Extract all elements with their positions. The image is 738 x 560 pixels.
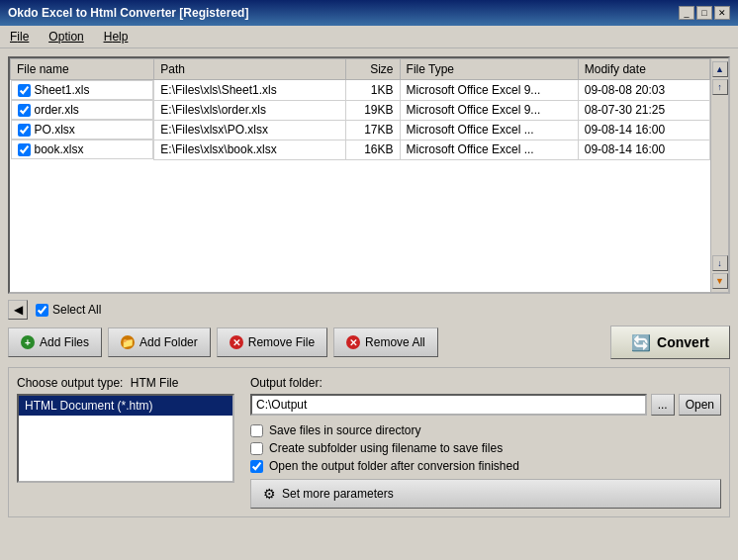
minimize-button[interactable]: _ xyxy=(679,6,694,20)
add-files-icon: + xyxy=(21,335,35,349)
set-params-button[interactable]: ⚙ Set more parameters xyxy=(250,479,721,509)
scroll-top-button[interactable]: ▲ xyxy=(712,61,728,77)
col-filetype: File Type xyxy=(400,59,578,80)
scroll-up-button[interactable]: ↑ xyxy=(712,79,728,95)
table-row[interactable]: book.xlsx E:\Files\xlsx\book.xlsx 16KB M… xyxy=(11,140,710,159)
table-row[interactable]: PO.xlsx E:\Files\xlsx\PO.xlsx 17KB Micro… xyxy=(11,120,710,140)
scroll-down-button[interactable]: ↓ xyxy=(712,255,728,271)
menu-help[interactable]: Help xyxy=(100,29,133,45)
back-button[interactable]: ◀ xyxy=(8,300,28,320)
main-content: File name Path Size File Type Modify dat… xyxy=(0,48,738,559)
menu-file[interactable]: File xyxy=(6,29,33,45)
cell-filetype: Microsoft Office Excel 9... xyxy=(400,80,578,101)
col-filename: File name xyxy=(11,59,154,80)
set-params-label: Set more parameters xyxy=(282,487,394,501)
output-folder-section: Output folder: ... Open Save files in so… xyxy=(250,376,721,509)
output-type-list: HTML Document (*.htm) xyxy=(17,394,234,483)
file-checkbox-2[interactable] xyxy=(18,124,31,137)
window-title: Okdo Excel to Html Converter [Registered… xyxy=(8,6,248,20)
create-subfolder-option[interactable]: Create subfolder using filename to save … xyxy=(250,441,721,455)
options-section: Save files in source directory Create su… xyxy=(250,423,721,473)
add-folder-button[interactable]: 📁 Add Folder xyxy=(108,327,211,357)
col-size: Size xyxy=(346,59,400,80)
scroll-bottom-button[interactable]: ▼ xyxy=(712,273,728,289)
cell-modified: 08-07-30 21:25 xyxy=(578,100,709,120)
col-modified: Modify date xyxy=(578,59,709,80)
save-in-source-checkbox[interactable] xyxy=(250,424,263,437)
options-and-params: Save files in source directory Create su… xyxy=(250,423,721,509)
col-path: Path xyxy=(154,59,346,80)
save-in-source-label: Save files in source directory xyxy=(269,423,420,437)
cell-size: 17KB xyxy=(346,120,400,140)
output-type-label: Choose output type: HTM File xyxy=(17,376,234,390)
scroll-buttons: ▲ ↑ ↓ ▼ xyxy=(710,58,728,292)
gear-icon: ⚙ xyxy=(263,486,276,502)
remove-file-button[interactable]: ✕ Remove File xyxy=(217,327,327,357)
select-all-checkbox[interactable] xyxy=(36,304,48,317)
create-subfolder-checkbox[interactable] xyxy=(250,442,263,455)
cell-path: E:\Files\xls\order.xls xyxy=(154,100,346,120)
table-row[interactable]: Sheet1.xls E:\Files\xls\Sheet1.xls 1KB M… xyxy=(11,80,710,101)
file-checkbox-1[interactable] xyxy=(18,104,31,117)
select-all-label[interactable]: Select All xyxy=(36,303,101,317)
cell-size: 19KB xyxy=(346,100,400,120)
output-folder-label: Output folder: xyxy=(250,376,721,390)
cell-filename: order.xls xyxy=(11,100,154,120)
add-folder-icon: 📁 xyxy=(121,335,135,349)
cell-modified: 09-08-08 20:03 xyxy=(578,80,709,101)
cell-filename: PO.xlsx xyxy=(11,120,154,140)
file-checkbox-0[interactable] xyxy=(18,84,31,97)
folder-input-row: ... Open xyxy=(250,394,721,416)
filename-text: order.xls xyxy=(35,103,79,117)
close-button[interactable]: ✕ xyxy=(714,6,730,20)
menu-bar: File Option Help xyxy=(0,26,738,48)
select-all-text: Select All xyxy=(52,303,101,317)
remove-all-label: Remove All xyxy=(365,335,425,349)
title-bar: Okdo Excel to Html Converter [Registered… xyxy=(0,0,738,26)
output-type-item-htm[interactable]: HTML Document (*.htm) xyxy=(19,396,232,416)
remove-all-button[interactable]: ✕ Remove All xyxy=(333,327,438,357)
open-after-option[interactable]: Open the output folder after conversion … xyxy=(250,459,721,473)
create-subfolder-label: Create subfolder using filename to save … xyxy=(269,441,503,455)
open-after-label: Open the output folder after conversion … xyxy=(269,459,519,473)
remove-all-icon: ✕ xyxy=(346,335,360,349)
maximize-button[interactable]: □ xyxy=(696,6,712,20)
window-controls: _ □ ✕ xyxy=(679,6,730,20)
remove-file-icon: ✕ xyxy=(230,335,243,349)
file-checkbox-3[interactable] xyxy=(18,143,31,156)
add-files-button[interactable]: + Add Files xyxy=(8,327,102,357)
cell-filename: book.xlsx xyxy=(11,140,154,159)
cell-modified: 09-08-14 16:00 xyxy=(578,120,709,140)
cell-filetype: Microsoft Office Excel 9... xyxy=(400,100,578,120)
bottom-panel: Choose output type: HTM File HTML Docume… xyxy=(8,367,730,517)
convert-label: Convert xyxy=(657,334,709,350)
file-table: File name Path Size File Type Modify dat… xyxy=(10,58,710,160)
menu-option[interactable]: Option xyxy=(45,29,87,45)
convert-icon: 🔄 xyxy=(631,333,651,352)
cell-filetype: Microsoft Office Excel ... xyxy=(400,140,578,159)
cell-path: E:\Files\xls\Sheet1.xls xyxy=(154,80,346,101)
browse-button[interactable]: ... xyxy=(651,394,675,416)
add-files-label: Add Files xyxy=(40,335,89,349)
filename-text: book.xlsx xyxy=(35,142,84,156)
file-panel-bottom: ◀ Select All xyxy=(8,300,730,320)
add-folder-label: Add Folder xyxy=(139,335,198,349)
file-panel: File name Path Size File Type Modify dat… xyxy=(8,56,730,294)
cell-path: E:\Files\xlsx\PO.xlsx xyxy=(154,120,346,140)
open-folder-button[interactable]: Open xyxy=(679,394,721,416)
filename-text: PO.xlsx xyxy=(35,123,75,137)
cell-filename: Sheet1.xls xyxy=(11,80,154,100)
action-buttons: + Add Files 📁 Add Folder ✕ Remove File ✕… xyxy=(8,326,730,359)
convert-button[interactable]: 🔄 Convert xyxy=(610,326,730,359)
remove-file-label: Remove File xyxy=(248,335,315,349)
file-table-wrapper: File name Path Size File Type Modify dat… xyxy=(10,58,710,292)
cell-modified: 09-08-14 16:00 xyxy=(578,140,709,159)
save-in-source-option[interactable]: Save files in source directory xyxy=(250,423,721,437)
filename-text: Sheet1.xls xyxy=(35,83,90,97)
open-after-checkbox[interactable] xyxy=(250,460,263,473)
output-path-input[interactable] xyxy=(250,394,647,416)
table-row[interactable]: order.xls E:\Files\xls\order.xls 19KB Mi… xyxy=(11,100,710,120)
cell-path: E:\Files\xlsx\book.xlsx xyxy=(154,140,346,159)
cell-filetype: Microsoft Office Excel ... xyxy=(400,120,578,140)
output-type-section: Choose output type: HTM File HTML Docume… xyxy=(17,376,234,509)
